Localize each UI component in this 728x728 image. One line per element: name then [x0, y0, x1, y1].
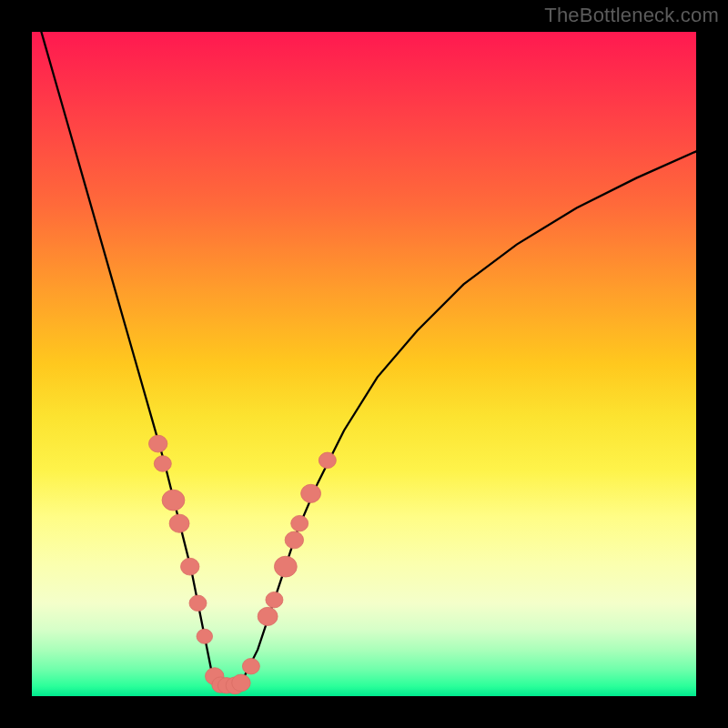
curve-marker [232, 674, 250, 692]
curve-marker [197, 629, 213, 643]
curve-marker [274, 556, 297, 577]
curve-marker [181, 558, 199, 575]
watermark-text: TheBottleneck.com [544, 4, 719, 27]
curve-marker [285, 531, 303, 549]
curve-marker [154, 456, 171, 471]
curve-marker [318, 452, 336, 468]
curve-marker [266, 592, 283, 607]
curve-marker [169, 514, 189, 532]
chart-frame: TheBottleneck.com [0, 0, 728, 728]
bottleneck-curve [32, 32, 696, 685]
curve-marker [242, 658, 259, 673]
curve-marker [148, 435, 167, 452]
chart-svg [32, 32, 696, 696]
plot-area [32, 32, 696, 696]
curve-marker [301, 484, 321, 502]
curve-marker [189, 595, 207, 611]
curve-markers [148, 435, 336, 694]
curve-marker [291, 515, 308, 531]
curve-marker [258, 607, 278, 625]
curve-marker [162, 490, 185, 511]
